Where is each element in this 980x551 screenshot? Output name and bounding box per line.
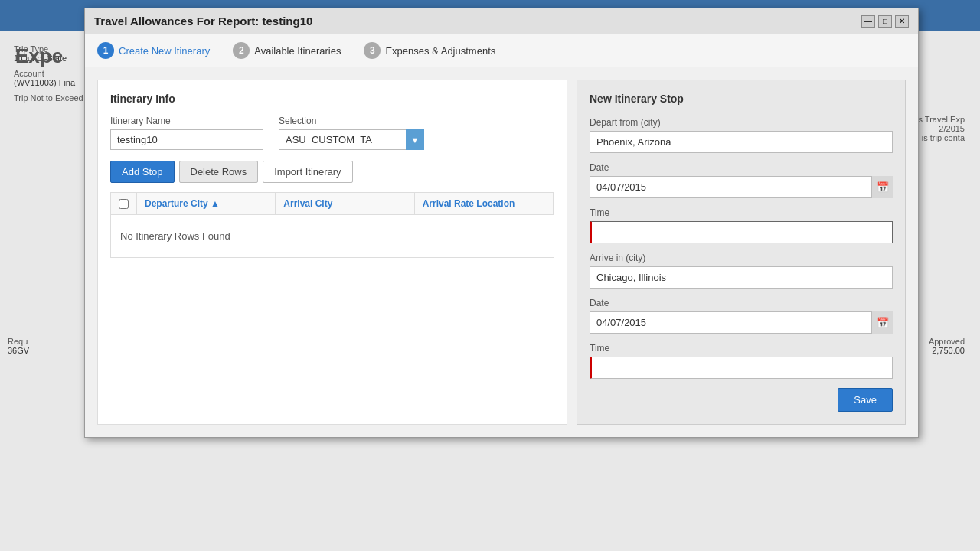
close-button[interactable]: ✕ <box>895 15 909 28</box>
modal-dialog: Travel Allowances For Report: testing10 … <box>84 8 919 438</box>
bg-req-label: Requ <box>8 337 29 346</box>
arrival-city-header[interactable]: Arrival City <box>276 193 414 214</box>
depart-time-input[interactable] <box>590 221 893 243</box>
depart-time-group: Time <box>590 207 893 243</box>
arrive-time-group: Time <box>590 343 893 379</box>
bg-right-amount: 2,750.00 <box>929 346 965 355</box>
delete-rows-button[interactable]: Delete Rows <box>179 161 259 183</box>
step-1-circle: 1 <box>97 42 114 59</box>
table-checkbox-header <box>111 193 137 214</box>
step-3-circle: 3 <box>364 42 381 59</box>
modal-titlebar: Travel Allowances For Report: testing10 … <box>85 8 918 34</box>
itinerary-name-label: Itinerary Name <box>110 116 263 126</box>
step-3[interactable]: 3 Expenses & Adjustments <box>364 42 495 59</box>
bg-right-approved: Approved <box>929 337 965 346</box>
selection-group: Selection ASU_CUSTOM_TA ▼ <box>279 116 424 150</box>
step-2[interactable]: 2 Available Itineraries <box>233 42 341 59</box>
right-panel: New Itinerary Stop Depart from (city) Da… <box>577 80 906 425</box>
selection-select[interactable]: ASU_CUSTOM_TA <box>279 129 424 150</box>
sidebar-account-label: Account <box>14 69 86 78</box>
import-itinerary-button[interactable]: Import Itinerary <box>263 161 352 183</box>
arrive-city-group: Arrive in (city) <box>590 253 893 289</box>
toolbar: Add Stop Delete Rows Import Itinerary <box>110 161 554 183</box>
step-1-label: Create New Itinerary <box>119 45 210 57</box>
minimize-button[interactable]: — <box>861 15 875 28</box>
selection-wrapper: ASU_CUSTOM_TA ▼ <box>279 129 424 150</box>
table-empty-message: No Itinerary Rows Found <box>111 215 554 257</box>
bg-right-label3: is trip conta <box>916 133 965 142</box>
step-1[interactable]: 1 Create New Itinerary <box>97 42 210 59</box>
table-select-all-checkbox[interactable] <box>119 199 129 209</box>
depart-city-label: Depart from (city) <box>590 117 893 128</box>
depart-date-group: Date 📅 <box>590 162 893 198</box>
departure-city-header[interactable]: Departure City ▲ <box>137 193 276 214</box>
arrive-date-wrapper: 📅 <box>590 311 893 334</box>
itinerary-table: Departure City ▲ Arrival City Arrival Ra… <box>110 192 554 258</box>
step-2-label: Available Itineraries <box>254 45 341 57</box>
right-panel-title: New Itinerary Stop <box>590 93 893 105</box>
itinerary-name-group: Itinerary Name <box>110 116 263 150</box>
arrive-date-calendar-icon[interactable]: 📅 <box>871 311 893 334</box>
sidebar-trip-not-exceed: Trip Not to Exceed <box>14 93 86 103</box>
arrive-date-input[interactable] <box>590 311 893 334</box>
arrive-date-group: Date 📅 <box>590 298 893 334</box>
modal-title: Travel Allowances For Report: testing10 <box>94 15 312 28</box>
modal-controls: — □ ✕ <box>861 15 909 28</box>
arrive-city-label: Arrive in (city) <box>590 253 893 263</box>
save-button[interactable]: Save <box>838 388 893 412</box>
arrive-date-label: Date <box>590 298 893 308</box>
left-panel: Itinerary Info Itinerary Name Selection … <box>97 80 567 425</box>
steps-bar: 1 Create New Itinerary 2 Available Itine… <box>85 34 918 67</box>
step-2-circle: 2 <box>233 42 250 59</box>
table-header: Departure City ▲ Arrival City Arrival Ra… <box>111 193 554 215</box>
right-panel-footer: Save <box>590 388 893 412</box>
selection-label: Selection <box>279 116 424 126</box>
app-title: Expe <box>8 44 63 68</box>
depart-date-label: Date <box>590 162 893 173</box>
itinerary-name-input[interactable] <box>110 129 263 150</box>
depart-date-input[interactable] <box>590 176 893 198</box>
bg-right-label1: is Travel Exp <box>916 115 965 124</box>
depart-time-label: Time <box>590 207 893 218</box>
bg-req-code: 36GV <box>8 346 29 355</box>
modal-body: Itinerary Info Itinerary Name Selection … <box>85 67 918 437</box>
add-stop-button[interactable]: Add Stop <box>110 161 175 183</box>
depart-date-calendar-icon[interactable]: 📅 <box>871 176 893 198</box>
arrive-time-input[interactable] <box>590 357 893 379</box>
arrive-time-label: Time <box>590 343 893 354</box>
depart-city-group: Depart from (city) <box>590 117 893 153</box>
bg-right-label2: 2/2015 <box>916 124 965 133</box>
itinerary-form-row: Itinerary Name Selection ASU_CUSTOM_TA ▼ <box>110 116 554 150</box>
section-title: Itinerary Info <box>110 93 554 105</box>
depart-city-input[interactable] <box>590 131 893 153</box>
arrive-city-input[interactable] <box>590 266 893 289</box>
step-3-label: Expenses & Adjustments <box>385 45 495 57</box>
arrival-rate-header[interactable]: Arrival Rate Location <box>415 193 554 214</box>
depart-date-wrapper: 📅 <box>590 176 893 198</box>
sidebar-account-value: (WV11003) Fina <box>14 78 86 87</box>
restore-button[interactable]: □ <box>878 15 892 28</box>
